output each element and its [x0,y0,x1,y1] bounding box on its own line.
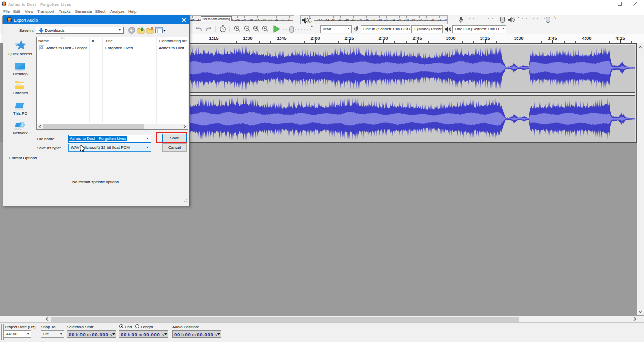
svg-text:+: + [311,25,313,28]
svg-text:-: - [283,25,284,28]
